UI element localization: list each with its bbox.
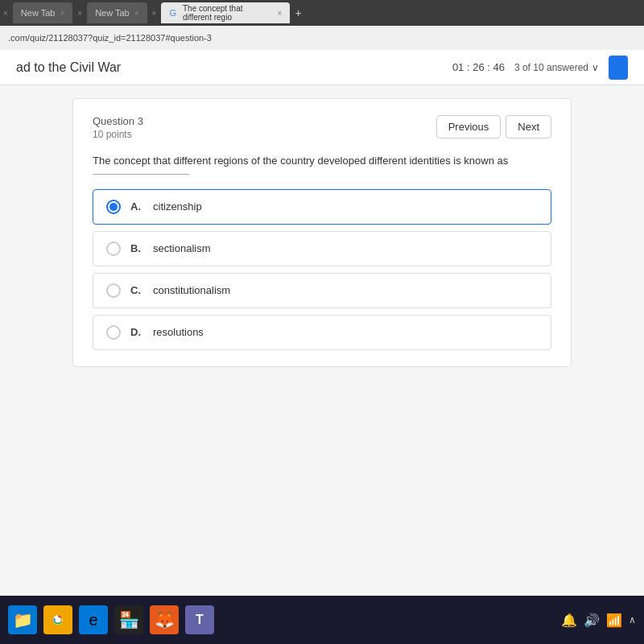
taskbar-file-explorer[interactable]: 📁	[8, 605, 37, 634]
page-content: ad to the Civil War 01 : 26 : 46 3 of 10…	[0, 50, 644, 596]
taskbar-store[interactable]: 🏪	[114, 605, 143, 634]
question-label: Question 3	[93, 115, 143, 127]
url-text: .com/quiz/21128037?quiz_id=21128037#ques…	[8, 33, 212, 43]
tab-1-label: New Tab	[21, 8, 56, 18]
tab-1-close[interactable]: ×	[60, 9, 64, 18]
new-tab-button[interactable]: +	[295, 6, 301, 19]
tab-2-label: New Tab	[95, 8, 130, 18]
taskbar-chevron-up[interactable]: ∧	[629, 614, 636, 625]
quiz-card: Question 3 10 points Previous Next The c…	[72, 98, 572, 367]
options-list: A. citizenship B. sectionalism C. consti…	[93, 189, 551, 350]
progress-text: 3 of 10 answered	[514, 62, 588, 73]
radio-a-inner	[109, 203, 118, 211]
radio-d	[106, 325, 121, 340]
option-a-text: citizenship	[153, 200, 202, 213]
option-d-letter: D.	[130, 326, 143, 338]
taskbar-notification-icon[interactable]: 🔔	[561, 613, 577, 628]
radio-b	[106, 242, 121, 256]
option-b-text: sectionalism	[153, 242, 211, 254]
taskbar-firefox[interactable]: 🦊	[150, 605, 179, 634]
taskbar-volume-icon[interactable]: 🔊	[584, 613, 600, 628]
radio-c	[106, 283, 121, 298]
taskbar-teams[interactable]: T	[185, 605, 214, 634]
chevron-down-icon[interactable]: ∨	[592, 62, 599, 73]
taskbar: 📁 e 🏪 🦊 T 🔔 🔊 📶 ∧	[0, 596, 644, 644]
quiz-container: Question 3 10 points Previous Next The c…	[0, 85, 644, 380]
next-button[interactable]: Next	[506, 115, 551, 138]
page-header: ad to the Civil War 01 : 26 : 46 3 of 10…	[0, 50, 644, 85]
taskbar-right: 🔔 🔊 📶 ∧	[561, 613, 636, 628]
timer-display: 01 : 26 : 46	[452, 61, 505, 73]
radio-a	[106, 200, 121, 214]
tab-close-1[interactable]: ×	[3, 9, 8, 18]
option-b[interactable]: B. sectionalism	[93, 231, 551, 266]
question-header: Question 3 10 points Previous Next	[93, 115, 551, 140]
tab-1[interactable]: New Tab ×	[13, 2, 72, 23]
tab-2-close[interactable]: ×	[134, 9, 139, 18]
header-action-button[interactable]	[609, 56, 628, 80]
taskbar-network-icon[interactable]: 📶	[606, 613, 622, 628]
option-b-letter: B.	[130, 242, 143, 254]
option-c-text: constitutionalism	[153, 284, 230, 296]
previous-button[interactable]: Previous	[436, 115, 502, 138]
tab-close-3[interactable]: ×	[152, 9, 157, 18]
svg-point-1	[56, 617, 61, 623]
question-text: The concept that different regions of th…	[93, 153, 551, 169]
tab-3-label: The concept that different regio	[183, 4, 273, 22]
tab-3-active[interactable]: G The concept that different regio ×	[161, 2, 290, 23]
taskbar-chrome[interactable]	[43, 605, 72, 634]
nav-buttons: Previous Next	[436, 115, 551, 138]
header-right: 01 : 26 : 46 3 of 10 answered ∨	[452, 56, 628, 80]
option-a[interactable]: A. citizenship	[93, 189, 551, 225]
question-meta: Question 3 10 points	[93, 115, 143, 140]
option-d-text: resolutions	[153, 326, 204, 338]
option-d[interactable]: D. resolutions	[93, 315, 551, 350]
google-favicon: G	[169, 8, 176, 18]
option-c-letter: C.	[130, 284, 143, 296]
option-c[interactable]: C. constitutionalism	[93, 273, 551, 308]
progress-badge: 3 of 10 answered ∨	[514, 62, 599, 73]
tab-2[interactable]: New Tab ×	[87, 2, 147, 23]
tab-bar: × New Tab × × New Tab × × G The concept …	[0, 0, 644, 26]
tab-3-close[interactable]: ×	[278, 9, 283, 18]
page-title: ad to the Civil War	[16, 60, 121, 75]
option-a-letter: A.	[130, 200, 143, 213]
taskbar-edge[interactable]: e	[79, 605, 108, 634]
address-bar[interactable]: .com/quiz/21128037?quiz_id=21128037#ques…	[0, 26, 644, 50]
question-underline	[93, 174, 189, 175]
tab-close-2[interactable]: ×	[77, 9, 82, 18]
question-points: 10 points	[93, 129, 143, 140]
